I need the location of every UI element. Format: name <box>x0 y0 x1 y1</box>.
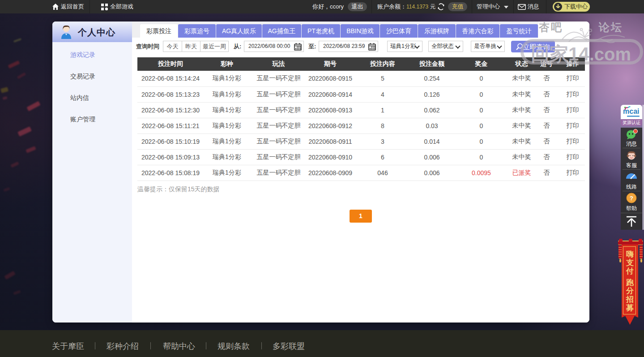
svg-text:?: ? <box>630 195 633 202</box>
